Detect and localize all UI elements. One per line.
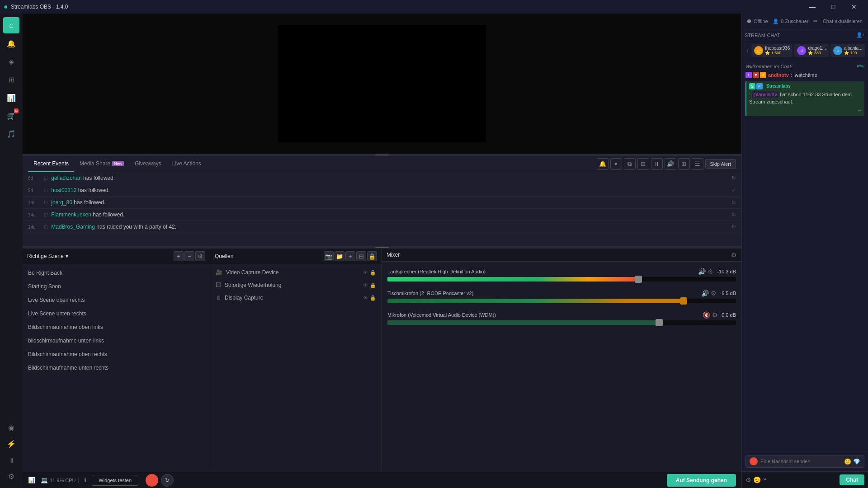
sidebar-item-theme[interactable]: ◈: [3, 53, 19, 70]
event-user-link[interactable]: joerg_80: [51, 199, 72, 206]
alert-grid-btn[interactable]: ⊞: [678, 158, 690, 170]
source-visibility-btn[interactable]: 👁: [363, 270, 368, 276]
chat-settings-icon[interactable]: ⚙: [745, 476, 751, 483]
chat-bits-btn[interactable]: 💎: [853, 458, 860, 465]
chat-update-button[interactable]: Chat aktualisieren: [823, 19, 863, 24]
stats-button[interactable]: 📊: [28, 477, 35, 483]
chat-username[interactable]: Streamlabs: [766, 83, 791, 89]
scenes-title[interactable]: Richtige Szene ▾: [27, 253, 171, 259]
source-lock-btn[interactable]: 🔒: [370, 270, 376, 276]
event-check-btn[interactable]: ✓: [731, 187, 736, 193]
alert-copy-btn[interactable]: ⧉: [624, 158, 636, 170]
event-refresh-btn[interactable]: ↻: [731, 199, 736, 206]
sidebar-item-media[interactable]: 🎵: [3, 126, 19, 142]
chat-messages: Willkommen im Chat! Neu t ♥ ⚡ andinotv :…: [742, 60, 868, 451]
sidebar-item-settings[interactable]: ⚙: [3, 468, 19, 484]
mixer-mute-btn[interactable]: 🔊: [701, 290, 709, 297]
event-user-link[interactable]: host00312: [51, 187, 76, 193]
list-item[interactable]: Bildschirmaufnahme oben links: [23, 320, 210, 334]
events-panel: Recent Events Media Share New Giveaways …: [23, 156, 741, 246]
list-item[interactable]: Bildschirmaufnahme oben rechts: [23, 347, 210, 361]
remove-scene-button[interactable]: −: [184, 251, 194, 261]
close-button[interactable]: ✕: [844, 0, 864, 14]
sources-lock-btn[interactable]: 🔒: [367, 251, 377, 261]
sidebar-item-s2[interactable]: ⚡: [3, 436, 19, 452]
event-user-link[interactable]: MadBros_Gaming: [51, 224, 95, 230]
refresh-button[interactable]: ↻: [161, 474, 174, 487]
events-tabs: Recent Events Media Share New Giveaways …: [23, 156, 741, 172]
chatter-card[interactable]: a albania... ⭐ 190: [830, 44, 865, 57]
mixer-handle[interactable]: [680, 297, 687, 305]
sidebar-item-overlay[interactable]: ⊞: [3, 71, 19, 88]
mixer-settings-icon[interactable]: ⚙: [731, 251, 737, 258]
sources-folder-btn[interactable]: 📁: [335, 251, 344, 261]
minimize-button[interactable]: —: [802, 0, 823, 14]
list-item[interactable]: Be Right Back: [23, 266, 210, 280]
tab-recent-events[interactable]: Recent Events: [28, 156, 74, 172]
sources-camera-btn[interactable]: 📷: [324, 251, 334, 261]
source-lock-btn[interactable]: 🔒: [370, 282, 376, 288]
alert-mute-btn[interactable]: 🔊: [665, 158, 676, 170]
mixer-mute-btn[interactable]: 🔊: [698, 268, 706, 275]
list-item[interactable]: Live Scene unten rechts: [23, 307, 210, 320]
chat-emoji-btn[interactable]: 🙂: [844, 458, 851, 465]
mixer-mute-btn[interactable]: 🔇: [703, 311, 710, 319]
alert-filter-btn[interactable]: 🔔: [597, 158, 609, 170]
chat-reply-btn[interactable]: ↩: [858, 107, 862, 114]
list-item[interactable]: 🎥 Video Capture Device 👁 🔒: [210, 266, 382, 279]
maximize-button[interactable]: □: [823, 0, 844, 14]
twitch-icon: t: [745, 72, 752, 78]
event-refresh-btn[interactable]: ↻: [731, 175, 736, 181]
alert-dropdown-btn[interactable]: ▾: [610, 158, 622, 170]
mixer-settings-btn[interactable]: ⚙: [708, 268, 713, 275]
mixer-slider[interactable]: [387, 299, 736, 303]
list-item[interactable]: Starting Soon: [23, 280, 210, 293]
sidebar-item-home[interactable]: ⌂: [3, 17, 19, 33]
chatters-prev-btn[interactable]: ‹: [745, 46, 750, 56]
sources-options-btn[interactable]: ⊟: [356, 251, 366, 261]
sidebar-item-s3[interactable]: |||: [3, 452, 19, 468]
add-moderator-icon[interactable]: 👤+: [856, 32, 865, 38]
widgets-test-button[interactable]: Widgets testen: [92, 475, 138, 486]
chat-username[interactable]: andinotv: [768, 72, 789, 79]
event-user-link[interactable]: geliadizohan: [51, 175, 81, 181]
add-scene-button[interactable]: +: [174, 251, 184, 261]
tab-media-share[interactable]: Media Share New: [74, 156, 129, 172]
event-user-link[interactable]: Flammenkueken: [51, 211, 91, 218]
mixer-settings-btn[interactable]: ⚙: [711, 290, 717, 297]
alert-list-btn[interactable]: ☰: [692, 158, 703, 170]
tab-giveaways[interactable]: Giveaways: [129, 156, 167, 172]
chat-input[interactable]: [760, 459, 844, 464]
add-source-button[interactable]: +: [345, 251, 355, 261]
list-item[interactable]: bildschirmaufnahme unten links: [23, 334, 210, 347]
mixer-slider[interactable]: [387, 320, 736, 325]
mixer-slider[interactable]: [387, 277, 736, 282]
list-item[interactable]: 🖥 Display Capture 👁 🔒: [210, 291, 382, 304]
source-lock-btn[interactable]: 🔒: [370, 295, 376, 301]
mixer-settings-btn[interactable]: ⚙: [712, 311, 718, 319]
sidebar-item-s1[interactable]: ◉: [3, 419, 19, 436]
list-item[interactable]: Bildschirmaufnahme unten rechts: [23, 361, 210, 375]
alert-pause-btn[interactable]: ⏸: [651, 158, 663, 170]
info-status[interactable]: ℹ: [84, 477, 86, 483]
source-visibility-btn[interactable]: 👁: [363, 295, 368, 301]
list-item[interactable]: 🎞 Sofortige Wiederholung 👁 🔒: [210, 279, 382, 291]
mixer-handle[interactable]: [635, 276, 642, 283]
list-item[interactable]: Live Scene oben rechts: [23, 293, 210, 307]
mixer-handle[interactable]: [656, 319, 663, 326]
skip-alert-button[interactable]: Skip Alert: [705, 159, 736, 169]
chatter-card[interactable]: d drago1... ⭐ 889: [794, 44, 828, 57]
sidebar-item-shop[interactable]: 🛒 N: [3, 108, 19, 124]
sidebar-item-alerts[interactable]: 🔔: [3, 35, 19, 52]
chatter-card[interactable]: 👑 thebeast936 ⭐ 1.600: [751, 44, 793, 57]
scene-settings-button[interactable]: ⚙: [195, 251, 205, 261]
chat-send-button[interactable]: Chat: [840, 474, 864, 485]
event-refresh-btn[interactable]: ↻: [731, 224, 736, 230]
sidebar-item-stats[interactable]: 📊: [3, 89, 19, 106]
chat-emote-icon[interactable]: 😊: [753, 476, 761, 483]
source-visibility-btn[interactable]: 👁: [363, 282, 368, 288]
event-refresh-btn[interactable]: ↻: [731, 211, 736, 218]
alert-options-btn[interactable]: ⊟: [637, 158, 649, 170]
go-live-button[interactable]: Auf Sendung gehen: [667, 474, 736, 487]
tab-live-actions[interactable]: Live Actions: [167, 156, 207, 172]
